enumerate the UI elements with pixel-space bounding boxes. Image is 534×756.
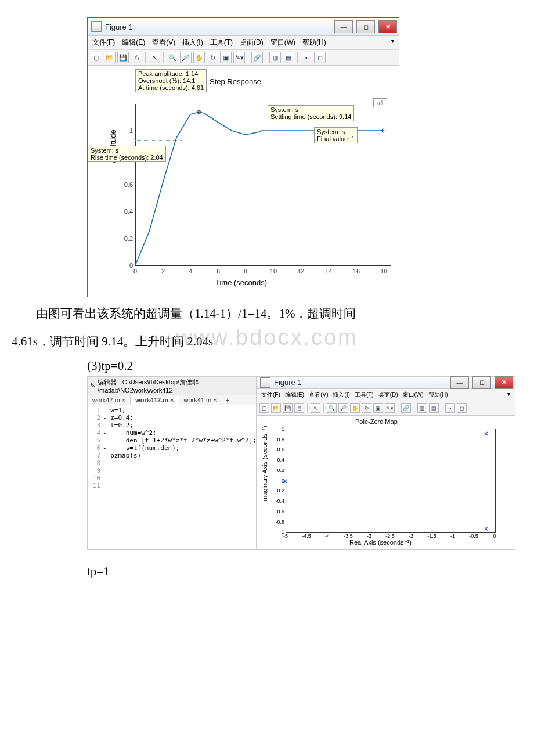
new-icon[interactable]: ▢ [91, 52, 102, 63]
matlab-figure-icon [91, 21, 102, 32]
xtick: -4 [320, 533, 334, 539]
x-axis-label: Real Axis (seconds⁻¹) [349, 539, 412, 546]
pole-marker: × [484, 430, 488, 438]
zoom-in-icon[interactable]: 🔍 [167, 52, 178, 63]
datatip-rise[interactable]: System: s Rise time (seconds): 2.04 [88, 146, 166, 162]
ytick: 0.8 [273, 437, 284, 442]
menu-help[interactable]: 帮助(H) [302, 38, 326, 48]
editor-title: 编辑器 - C:\Users\tt\Desktop\詹佳非\matlab\NO2… [98, 378, 254, 394]
dock-icon[interactable]: ◻ [314, 52, 326, 63]
menu-help[interactable]: 帮助(H) [428, 391, 448, 399]
figure-1-window: Figure 1 — ◻ ✕ 文件(F) 编辑(E) 查看(V) 插入(I) 工… [87, 17, 399, 297]
menu-file[interactable]: 文件(F) [92, 38, 115, 48]
xtick: 8 [240, 268, 251, 275]
menu-desktop[interactable]: 桌面(D) [240, 38, 264, 48]
hide-icon[interactable]: ▪ [445, 403, 455, 413]
xtick: -4.5 [300, 533, 313, 539]
pole-marker: × [484, 525, 488, 533]
dropdown-icon[interactable]: ▾ [391, 38, 394, 48]
datacursor-icon[interactable]: ▣ [373, 403, 383, 413]
new-icon[interactable]: ▢ [259, 403, 269, 413]
tab-add[interactable]: + [222, 395, 233, 405]
menu-window[interactable]: 窗口(W) [403, 391, 424, 399]
legend-icon[interactable]: ▤ [429, 403, 439, 413]
xtick: 0 [129, 268, 141, 275]
zoom-out-icon[interactable]: 🔎 [180, 52, 192, 63]
open-icon[interactable]: 📂 [104, 52, 116, 63]
minimize-button[interactable]: — [450, 376, 469, 389]
code-area[interactable]: 1- w=1; 2- z=0.4; 3- t=0.2; 4- num=w^2; … [88, 405, 256, 491]
ytick: 1 [120, 127, 133, 134]
legend-icon[interactable]: ▤ [283, 52, 294, 63]
print-icon[interactable]: ⎙ [131, 52, 142, 63]
link-icon[interactable]: 🔗 [401, 403, 411, 413]
editor-figure-row: ✎ 编辑器 - C:\Users\tt\Desktop\詹佳非\matlab\N… [87, 376, 515, 550]
editor-titlebar[interactable]: ✎ 编辑器 - C:\Users\tt\Desktop\詹佳非\matlab\N… [88, 377, 256, 395]
xtick: 16 [351, 268, 362, 275]
dock-icon[interactable]: ◻ [457, 403, 467, 413]
editor-tabs: work42.m × work412.m × work41.m × + [88, 395, 256, 405]
maximize-button[interactable]: ◻ [356, 20, 375, 33]
colorbar-icon[interactable]: ▥ [269, 52, 281, 63]
tab-work41[interactable]: work41.m × [179, 395, 222, 405]
menu-insert[interactable]: 插入(I) [182, 38, 203, 48]
xtick: 2 [157, 268, 169, 275]
titlebar[interactable]: Figure 1 — ◻ ✕ [257, 377, 515, 389]
menu-edit[interactable]: 编辑(E) [285, 391, 304, 399]
toolbar: ▢ 📂 💾 ⎙ ↖ 🔍 🔎 ✋ ↻ ▣ ✎▾ 🔗 ▥ ▤ ▪ ◻ [88, 50, 399, 66]
zoom-in-icon[interactable]: 🔍 [327, 403, 337, 413]
print-icon[interactable]: ⎙ [294, 403, 304, 413]
menu-view[interactable]: 查看(V) [309, 391, 328, 399]
menu-window[interactable]: 窗口(W) [270, 38, 295, 48]
pan-icon[interactable]: ✋ [193, 52, 205, 63]
plot-area: Step Response a1 Amplitude Time (seconds… [88, 66, 399, 297]
xtick: -2 [404, 533, 418, 539]
save-icon[interactable]: 💾 [117, 52, 129, 63]
tab-work42[interactable]: work42.m × [88, 395, 131, 405]
menu-desktop[interactable]: 桌面(D) [378, 391, 398, 399]
menu-tools[interactable]: 工具(T) [355, 391, 374, 399]
datatip-final[interactable]: System: s Final value: 1 [314, 127, 358, 143]
menu-tools[interactable]: 工具(T) [210, 38, 233, 48]
close-button[interactable]: ✕ [378, 20, 397, 33]
brush-icon[interactable]: ✎▾ [233, 52, 245, 63]
xtick: -5 [279, 533, 293, 539]
xtick: 10 [268, 268, 279, 275]
close-button[interactable]: ✕ [495, 376, 513, 389]
pointer-icon[interactable]: ↖ [149, 52, 160, 63]
pan-icon[interactable]: ✋ [350, 403, 360, 413]
tab-work412[interactable]: work412.m × [131, 395, 179, 405]
menu-file[interactable]: 文件(F) [261, 391, 280, 399]
datacursor-icon[interactable]: ▣ [220, 52, 232, 63]
maximize-button[interactable]: ◻ [472, 376, 491, 389]
xtick: -1 [446, 533, 460, 539]
colorbar-icon[interactable]: ▥ [417, 403, 427, 413]
dropdown-icon[interactable]: ▾ [507, 391, 510, 399]
link-icon[interactable]: 🔗 [251, 52, 263, 63]
menu-insert[interactable]: 插入(I) [333, 391, 349, 399]
hide-icon[interactable]: ▪ [301, 52, 312, 63]
zoom-out-icon[interactable]: 🔎 [338, 403, 348, 413]
xtick: 18 [378, 268, 389, 275]
menu-view[interactable]: 查看(V) [152, 38, 175, 48]
open-icon[interactable]: 📂 [271, 403, 281, 413]
window-title: Figure 1 [274, 378, 302, 387]
pointer-icon[interactable]: ↖ [311, 403, 320, 413]
titlebar[interactable]: Figure 1 — ◻ ✕ [88, 18, 399, 36]
window-title: Figure 1 [105, 23, 133, 31]
datatip-settle[interactable]: System: s Settling time (seconds): 9.14 [268, 105, 354, 121]
x-axis-label: Time (seconds) [215, 278, 267, 287]
menu-edit[interactable]: 编辑(E) [122, 38, 145, 48]
xtick: 0 [488, 533, 501, 539]
brush-icon[interactable]: ✎▾ [385, 403, 395, 413]
rotate-icon[interactable]: ↻ [362, 403, 371, 413]
xtick: 4 [185, 268, 196, 275]
rotate-icon[interactable]: ↻ [207, 52, 218, 63]
save-icon[interactable]: 💾 [283, 403, 293, 413]
datatip-peak[interactable]: Peak amplitude: 1.14 Overshoot (%): 14.1… [135, 69, 207, 92]
ytick: -0.6 [273, 509, 284, 514]
figure-2-window: Figure 1 — ◻ ✕ 文件(F) 编辑(E) 查看(V) 插入(I) 工… [257, 377, 515, 549]
xtick: -3 [362, 533, 376, 539]
minimize-button[interactable]: — [334, 20, 353, 33]
ytick: 0.6 [273, 447, 284, 452]
